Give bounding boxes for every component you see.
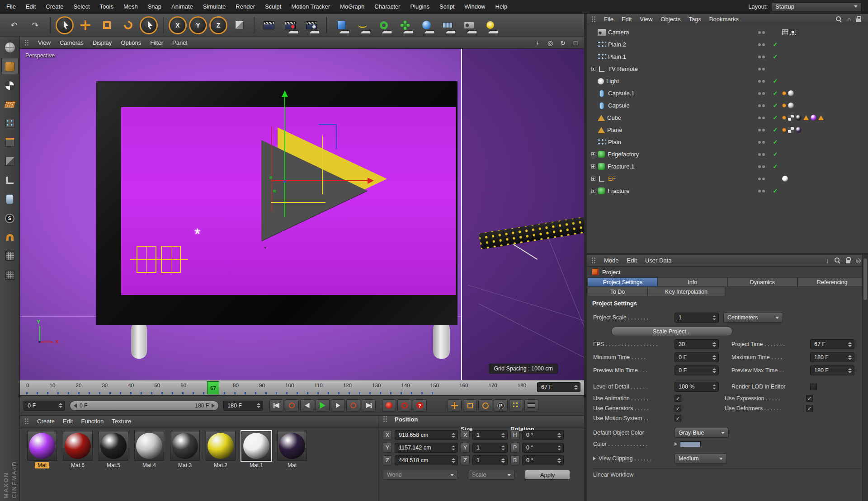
record-scale-button[interactable] [463, 399, 477, 412]
visibility-dots[interactable] [754, 56, 769, 58]
rotation-field[interactable]: 0 ° [522, 430, 564, 440]
floor-button[interactable] [438, 16, 457, 35]
number-field[interactable]: 0 F [675, 352, 719, 362]
object-name[interactable]: Edgefactory [608, 151, 639, 158]
menubar-item[interactable]: Snap [148, 3, 161, 10]
live-selection-tool[interactable] [57, 18, 72, 33]
toolbar-separator[interactable] [254, 17, 255, 33]
number-field[interactable]: 180 F [810, 365, 854, 375]
material-thumbnail[interactable] [27, 431, 57, 461]
view-clipping-select[interactable]: Medium [675, 454, 727, 464]
material-menu-item[interactable]: Edit [63, 418, 73, 425]
object-name[interactable]: Fracture.1 [608, 163, 634, 170]
panel-grip-icon[interactable] [24, 418, 29, 425]
object-name[interactable]: TV Remote [608, 66, 638, 72]
model-mode-button[interactable] [1, 58, 19, 75]
object-manager-menu-item[interactable]: Bookmarks [709, 16, 739, 23]
scale-tool[interactable] [97, 16, 116, 35]
lock-y-button[interactable]: Y [190, 18, 206, 33]
current-frame-field[interactable]: 67 F [537, 382, 580, 392]
tag-icon[interactable] [818, 115, 824, 120]
rotation-field[interactable]: 0 ° [522, 443, 564, 453]
sync-icon[interactable]: ↕ [826, 257, 829, 264]
object-manager-menu-item[interactable]: File [604, 16, 613, 23]
tag-icon[interactable] [796, 127, 802, 133]
attribute-menu-item[interactable]: Mode [604, 257, 619, 264]
object-row[interactable]: Camera [587, 26, 868, 38]
spinner-icon[interactable] [712, 384, 717, 389]
toolbar-separator[interactable] [326, 17, 327, 33]
expander-icon[interactable] [591, 152, 595, 156]
material-thumbnail[interactable] [206, 431, 236, 461]
deformer-button[interactable] [417, 16, 436, 35]
object-row[interactable]: Fracture ✓ [587, 185, 868, 197]
visibility-dots[interactable] [754, 178, 769, 180]
render-view-button[interactable] [259, 16, 278, 35]
tag-icon[interactable] [782, 128, 786, 132]
object-row[interactable]: Plane ✓ [587, 124, 868, 136]
points-mode-button[interactable] [1, 115, 19, 132]
visibility-dots[interactable] [754, 80, 769, 83]
object-name[interactable]: Plain.1 [608, 53, 626, 60]
visibility-dots[interactable] [754, 117, 769, 119]
menubar-item[interactable]: Character [374, 3, 400, 10]
expand-arrow-icon[interactable] [675, 442, 677, 446]
goto-start-button[interactable] [269, 399, 283, 412]
attribute-menu-item[interactable]: Edit [627, 257, 637, 264]
object-manager-menu-item[interactable]: Objects [660, 16, 680, 23]
scrollbar-thumb[interactable] [863, 258, 867, 300]
spinner-icon[interactable] [848, 368, 852, 373]
attribute-tab[interactable]: Key Interpolation [647, 287, 725, 296]
material-menu-item[interactable]: Texture [112, 418, 131, 425]
material-item[interactable]: Mat.6 [63, 431, 93, 468]
spinner-icon[interactable] [501, 458, 505, 463]
visibility-dots[interactable] [754, 104, 769, 107]
menubar-item[interactable]: MoGraph [340, 3, 364, 10]
timeline-playhead[interactable]: 67 [207, 381, 219, 394]
search-icon[interactable] [836, 16, 842, 22]
mograph-button[interactable] [396, 16, 415, 35]
record-position-button[interactable] [448, 399, 462, 412]
enabled-check-icon[interactable]: ✓ [771, 41, 780, 48]
spinner-icon[interactable] [501, 445, 505, 450]
object-row[interactable]: Edgefactory ✓ [587, 148, 868, 160]
object-name[interactable]: Light [606, 78, 619, 84]
viewport-solo-button[interactable] [1, 191, 19, 208]
object-row[interactable]: Light ✓ [587, 75, 868, 87]
size-field[interactable]: 1 [472, 455, 508, 465]
enabled-check-icon[interactable]: ✓ [771, 126, 780, 133]
color-swatch[interactable] [680, 441, 701, 447]
autokey-button[interactable] [397, 399, 411, 412]
material-thumbnail[interactable] [277, 431, 307, 461]
magnet-button[interactable] [1, 229, 19, 246]
spinner-icon[interactable] [501, 433, 505, 438]
object-name[interactable]: Cube [607, 114, 621, 121]
material-item[interactable]: Mat [27, 431, 57, 468]
spinner-icon[interactable] [574, 385, 578, 390]
menubar-item[interactable]: Tools [100, 3, 113, 10]
object-manager-menu-item[interactable]: Tags [689, 16, 701, 23]
lock-x-button[interactable]: X [170, 18, 185, 33]
spline-pen-button[interactable] [353, 16, 372, 35]
redo-button[interactable]: ↷ [26, 16, 45, 35]
object-manager-menu-item[interactable]: Edit [622, 16, 632, 23]
object-row[interactable]: Plain ✓ [587, 136, 868, 148]
flag-checkbox[interactable]: ✓ [806, 395, 813, 402]
object-name[interactable]: Fracture [608, 187, 629, 194]
tag-icon[interactable] [782, 103, 786, 108]
next-frame-button[interactable] [331, 399, 345, 412]
object-row[interactable]: EF [587, 173, 868, 185]
record-rotation-button[interactable] [478, 399, 492, 412]
project-scale-field[interactable]: 1 [675, 313, 719, 323]
attribute-tab[interactable]: Dynamics [727, 277, 797, 287]
x-axis-gizmo[interactable] [271, 180, 368, 181]
lock-z-button[interactable]: Z [211, 18, 226, 33]
attribute-tab[interactable]: Project Settings [588, 277, 658, 287]
spinner-icon[interactable] [557, 445, 561, 450]
tag-icon[interactable] [803, 115, 809, 120]
flag-checkbox[interactable]: ✓ [675, 415, 681, 421]
record-pla-button[interactable] [509, 399, 523, 412]
spinner-icon[interactable] [712, 355, 717, 360]
workplane-mode-button[interactable] [1, 96, 19, 113]
lock-icon[interactable] [846, 260, 850, 263]
